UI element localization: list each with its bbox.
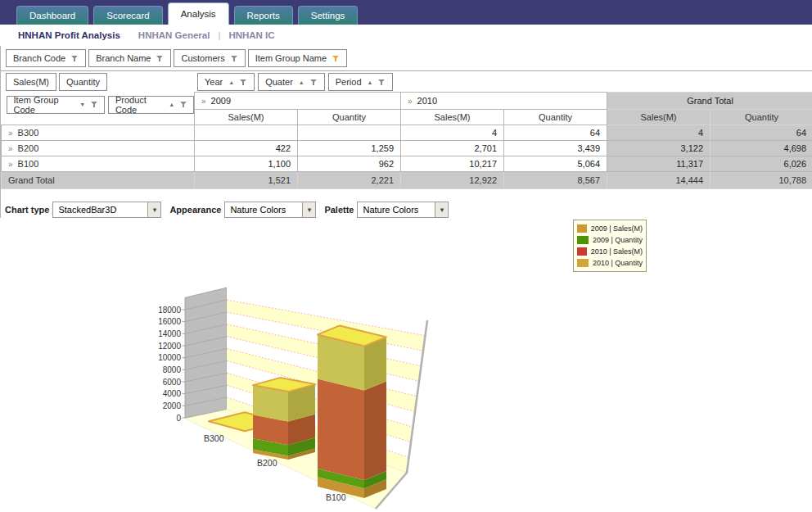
col-group-2010[interactable]: »2010 <box>401 93 607 110</box>
funnel-active-icon[interactable] <box>332 55 340 62</box>
page-title: HNHAN Profit Analysis <box>18 30 120 40</box>
cell: 64 <box>504 125 607 141</box>
svg-text:10000: 10000 <box>158 353 181 362</box>
dim-label: Year <box>205 77 223 87</box>
filter-branch-name[interactable]: Branch Name <box>88 49 171 67</box>
svg-text:6000: 6000 <box>163 378 182 387</box>
cell-total: 6,026 <box>710 156 812 172</box>
dim-label: Item Group Code <box>14 95 74 115</box>
cell: 4 <box>401 125 504 141</box>
tab-reports[interactable]: Reports <box>234 6 293 25</box>
tab-dashboard[interactable]: Dashboard <box>16 6 88 25</box>
palette-value: Nature Colors <box>358 205 435 215</box>
expand-icon[interactable]: » <box>201 97 206 106</box>
legend-swatch <box>577 259 589 267</box>
chart-type-value: StackedBar3D <box>53 205 147 215</box>
sort-asc-icon[interactable]: ▲ <box>228 79 234 85</box>
sort-asc-icon[interactable]: ▲ <box>169 102 174 107</box>
measure-quantity[interactable]: Quantity <box>59 73 107 91</box>
cell-total: 11,317 <box>607 156 710 172</box>
sort-asc-icon[interactable]: ▲ <box>368 79 373 85</box>
breadcrumb-link-ic[interactable]: HNHAN IC <box>228 30 274 40</box>
expand-icon[interactable]: » <box>408 97 413 106</box>
cell: 2,701 <box>401 141 504 156</box>
cell-total: 4,698 <box>710 141 812 156</box>
dropdown-arrow-icon[interactable]: ▾ <box>302 202 315 217</box>
filter-label: Branch Name <box>96 53 151 63</box>
subheader-sales: Sales(M) <box>195 110 298 125</box>
subheader-sales: Sales(M) <box>401 110 504 125</box>
measure-row: Sales(M) Quantity Year ▲ Quater ▲ Period… <box>1 71 812 92</box>
cell-total: 1,521 <box>195 172 298 189</box>
funnel-icon[interactable] <box>156 55 164 62</box>
col-group-label: Grand Total <box>687 96 733 106</box>
row-header-b200[interactable]: »B200 <box>2 141 195 156</box>
filter-customers[interactable]: Customers <box>174 49 245 67</box>
expand-icon[interactable]: » <box>8 129 13 138</box>
legend-label: 2010 | Sales(M) <box>591 247 643 256</box>
filter-branch-code[interactable]: Branch Code <box>6 49 86 67</box>
cell <box>298 125 401 141</box>
dim-quater[interactable]: Quater ▲ <box>258 73 325 91</box>
svg-text:B300: B300 <box>204 433 224 443</box>
legend-swatch <box>577 224 587 233</box>
col-group-label: 2009 <box>211 96 231 106</box>
appearance-value: Nature Colors <box>225 205 302 215</box>
svg-text:2000: 2000 <box>163 401 182 410</box>
chart-controls: Chart type StackedBar3D ▾ Appearance Nat… <box>1 202 812 218</box>
subheader-quantity: Quantity <box>298 110 401 125</box>
expand-icon[interactable]: » <box>8 144 13 153</box>
legend-swatch <box>577 247 587 256</box>
appearance-select[interactable]: Nature Colors ▾ <box>224 202 316 218</box>
table-row: »B300 4 64 4 64 <box>2 125 812 141</box>
funnel-icon[interactable] <box>231 55 238 62</box>
filter-item-group-name[interactable]: Item Group Name <box>248 49 347 67</box>
dropdown-arrow-icon[interactable]: ▾ <box>435 202 448 217</box>
svg-text:B200: B200 <box>257 458 277 468</box>
subheader-quantity: Quantity <box>504 110 607 125</box>
expand-icon[interactable]: » <box>8 160 13 169</box>
col-group-2009[interactable]: »2009 <box>195 93 401 110</box>
sort-desc-icon[interactable]: ▼ <box>79 102 85 107</box>
chart-type-select[interactable]: StackedBar3D ▾ <box>52 202 161 218</box>
dim-product-code[interactable]: Product Code ▲ <box>108 96 194 114</box>
svg-text:18000: 18000 <box>158 306 181 315</box>
row-label: B300 <box>18 128 39 138</box>
dropdown-arrow-icon[interactable]: ▾ <box>147 202 160 217</box>
funnel-icon[interactable] <box>91 101 97 108</box>
breadcrumb-link-general[interactable]: HNHAN General <box>138 30 210 40</box>
row-label: B200 <box>18 143 39 153</box>
measure-label: Quantity <box>66 77 100 87</box>
palette-select[interactable]: Nature Colors ▾ <box>357 202 449 218</box>
tab-scorecard[interactable]: Scorecard <box>93 6 162 25</box>
funnel-icon[interactable] <box>378 79 386 86</box>
funnel-icon[interactable] <box>71 55 79 62</box>
row-header-b100[interactable]: »B100 <box>2 156 195 172</box>
cell-total: 4 <box>607 125 710 141</box>
funnel-icon[interactable] <box>240 79 247 86</box>
cell <box>195 125 298 141</box>
svg-text:0: 0 <box>176 414 181 423</box>
funnel-icon[interactable] <box>180 101 187 108</box>
cell-total: 12,922 <box>401 172 504 189</box>
funnel-icon[interactable] <box>310 79 318 86</box>
measure-sales[interactable]: Sales(M) <box>6 73 56 91</box>
breadcrumb: HNHAN Profit Analysis HNHAN General | HN… <box>0 25 812 46</box>
legend-swatch <box>577 236 589 244</box>
cell-total: 10,788 <box>710 172 812 189</box>
row-header-b300[interactable]: »B300 <box>2 125 195 141</box>
svg-text:4000: 4000 <box>163 389 182 398</box>
svg-text:B100: B100 <box>326 492 346 502</box>
sort-asc-icon[interactable]: ▲ <box>299 79 304 85</box>
legend-item: 2010 | Sales(M) <box>577 246 643 257</box>
chart-legend: 2009 | Sales(M) 2009 | Quantity 2010 | S… <box>573 220 647 272</box>
dim-period[interactable]: Period ▲ <box>328 73 394 91</box>
table-row: »B200 422 1,259 2,701 3,439 3,122 4,698 <box>2 141 812 156</box>
tab-analysis[interactable]: Analysis <box>168 2 229 25</box>
stacked-bar-3d-chart: B300B200B1000200040006000800010000120001… <box>139 287 467 512</box>
dim-year[interactable]: Year ▲ <box>197 73 255 91</box>
tab-settings[interactable]: Settings <box>298 6 359 25</box>
dim-item-group-code[interactable]: Item Group Code ▼ <box>7 96 105 114</box>
col-group-label: 2010 <box>417 96 437 106</box>
svg-text:8000: 8000 <box>163 365 182 374</box>
